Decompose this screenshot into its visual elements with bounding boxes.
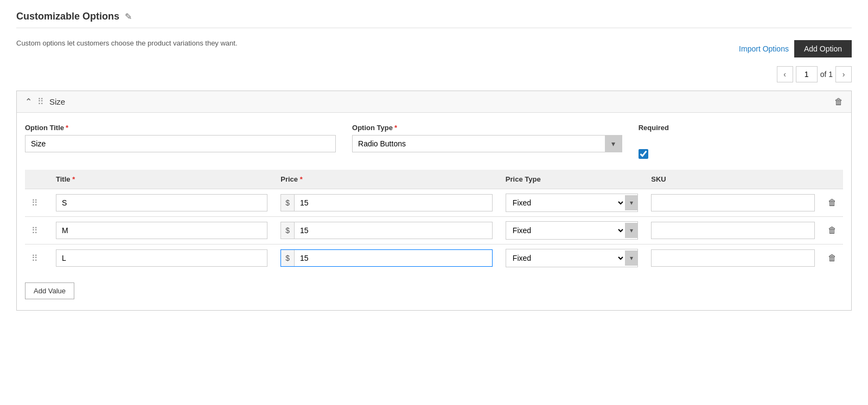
description-text: Custom options let customers choose the …: [16, 39, 238, 47]
col-header-price-type: Price Type: [499, 170, 644, 189]
required-checkbox[interactable]: [639, 149, 648, 159]
option-name-label: Size: [49, 97, 65, 106]
page-number-input[interactable]: [796, 66, 818, 82]
delete-row-button[interactable]: 🗑: [828, 198, 837, 208]
chevron-left-icon: ‹: [783, 70, 786, 79]
row-price-type-cell: Fixed Percent ▾: [499, 217, 644, 245]
sku-input[interactable]: [651, 249, 815, 267]
table-row: ⠿ $: [25, 245, 843, 272]
row-delete-cell: 🗑: [821, 189, 843, 217]
price-type-select[interactable]: Fixed Percent: [506, 249, 625, 267]
sku-input[interactable]: [651, 194, 815, 211]
option-fields-row: Option Title * Option Type * Radio Butto…: [25, 124, 843, 159]
delete-row-button[interactable]: 🗑: [828, 226, 837, 235]
option-title-label: Option Title *: [25, 124, 336, 132]
row-price-cell: $: [274, 189, 499, 217]
col-header-drag: [25, 170, 49, 189]
option-title-input[interactable]: [25, 135, 336, 152]
next-page-button[interactable]: ›: [835, 66, 852, 82]
price-input[interactable]: [295, 195, 492, 211]
row-price-type-cell: Fixed Percent ▾: [499, 189, 644, 217]
price-type-wrapper: Fixed Percent ▾: [506, 249, 638, 267]
page-of-label: of 1: [820, 70, 833, 79]
row-drag-cell: ⠿: [25, 217, 49, 245]
row-drag-cell: ⠿: [25, 245, 49, 272]
chevron-up-icon: ⌃: [25, 97, 32, 106]
price-type-wrapper: Fixed Percent ▾: [506, 194, 638, 212]
option-type-group: Option Type * Radio Buttons Checkbox Dro…: [352, 124, 622, 152]
price-type-select[interactable]: Fixed Percent: [506, 194, 625, 211]
row-sku-cell: [644, 217, 821, 245]
row-price-cell: $: [274, 245, 499, 272]
collapse-option-button[interactable]: ⌃: [25, 97, 32, 107]
option-body: Option Title * Option Type * Radio Butto…: [17, 113, 851, 310]
option-type-select[interactable]: Radio Buttons Checkbox Drop-down Multipl…: [352, 135, 622, 152]
row-sku-cell: [644, 245, 821, 272]
row-title-cell: [49, 217, 274, 245]
required-star: *: [66, 124, 68, 132]
row-title-input[interactable]: [56, 249, 267, 267]
option-drag-handle[interactable]: ⠿: [37, 97, 44, 107]
table-row: ⠿ $: [25, 189, 843, 217]
row-price-type-cell: Fixed Percent ▾: [499, 245, 644, 272]
option-type-label: Option Type *: [352, 124, 622, 132]
required-group: Required: [639, 124, 669, 159]
required-label: Required: [639, 124, 669, 132]
row-price-cell: $: [274, 217, 499, 245]
trash-icon: 🗑: [834, 97, 843, 106]
price-type-select[interactable]: Fixed Percent: [506, 222, 625, 239]
price-type-arrow-icon: ▾: [625, 250, 637, 266]
import-options-button[interactable]: Import Options: [739, 44, 789, 53]
row-drag-handle[interactable]: ⠿: [31, 254, 38, 263]
option-title-group: Option Title *: [25, 124, 336, 152]
delete-option-button[interactable]: 🗑: [834, 97, 843, 107]
row-title-input[interactable]: [56, 222, 267, 239]
table-row: ⠿ $: [25, 217, 843, 245]
table-body: ⠿ $: [25, 189, 843, 272]
table-header: Title * Price * Price Type SKU: [25, 170, 843, 189]
col-header-sku: SKU: [644, 170, 821, 189]
edit-icon[interactable]: ✎: [125, 11, 132, 22]
required-star-type: *: [394, 124, 397, 132]
price-symbol: $: [281, 195, 295, 211]
row-drag-handle[interactable]: ⠿: [31, 198, 38, 208]
price-type-arrow-icon: ▾: [625, 195, 637, 210]
pagination: ‹ of 1 ›: [16, 66, 852, 82]
values-table-container: Title * Price * Price Type SKU: [25, 170, 843, 299]
row-delete-cell: 🗑: [821, 217, 843, 245]
required-checkbox-wrapper: [639, 149, 669, 159]
col-header-title: Title *: [49, 170, 274, 189]
price-type-wrapper: Fixed Percent ▾: [506, 221, 638, 240]
chevron-right-icon: ›: [843, 70, 845, 79]
add-option-button[interactable]: Add Option: [794, 40, 852, 57]
price-symbol: $: [281, 250, 295, 266]
row-title-cell: [49, 189, 274, 217]
row-sku-cell: [644, 189, 821, 217]
price-input[interactable]: [295, 222, 492, 239]
price-type-arrow-icon: ▾: [625, 223, 637, 238]
option-section-header: ⌃ ⠿ Size 🗑: [17, 91, 851, 113]
page-title: Customizable Options: [16, 11, 119, 22]
row-title-input[interactable]: [56, 194, 267, 211]
sku-input[interactable]: [651, 222, 815, 239]
option-section: ⌃ ⠿ Size 🗑 Option Title *: [16, 91, 852, 311]
prev-page-button[interactable]: ‹: [777, 66, 793, 82]
delete-row-button[interactable]: 🗑: [828, 253, 837, 263]
price-input-wrapper: $: [280, 194, 493, 211]
row-title-cell: [49, 245, 274, 272]
row-drag-cell: ⠿: [25, 189, 49, 217]
price-input-wrapper: $: [280, 222, 493, 239]
price-symbol: $: [281, 222, 295, 239]
values-table: Title * Price * Price Type SKU: [25, 170, 843, 272]
row-drag-handle[interactable]: ⠿: [31, 226, 38, 235]
price-input-wrapper-active: $: [280, 249, 493, 267]
row-delete-cell: 🗑: [821, 245, 843, 272]
col-header-action: [821, 170, 843, 189]
add-value-button[interactable]: Add Value: [25, 282, 74, 299]
option-type-select-wrapper: Radio Buttons Checkbox Drop-down Multipl…: [352, 135, 622, 152]
price-input[interactable]: [295, 250, 492, 266]
col-header-price: Price *: [274, 170, 499, 189]
